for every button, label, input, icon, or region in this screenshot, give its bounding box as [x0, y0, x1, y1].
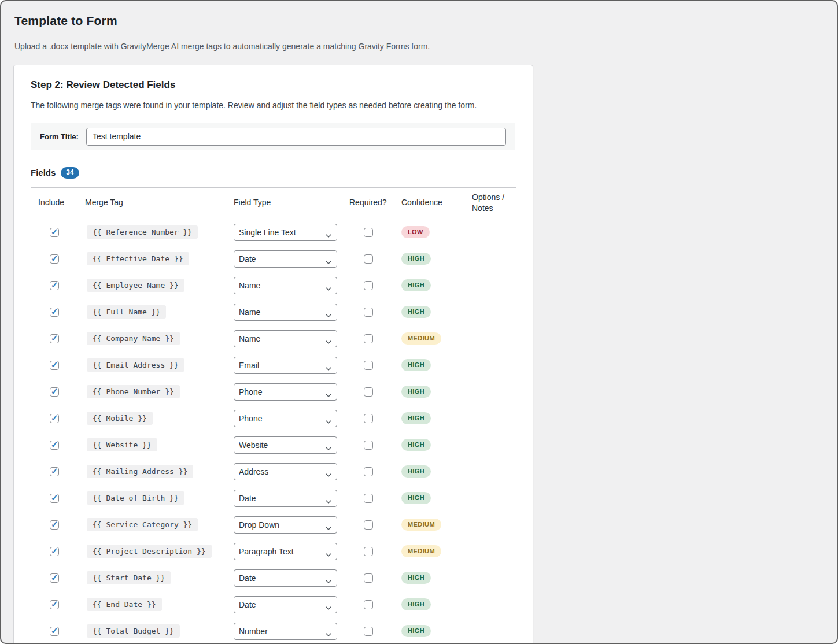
- table-row: {{ Date of Birth }} Date HIGH: [31, 485, 516, 512]
- include-checkbox[interactable]: [50, 387, 59, 397]
- field-type-select[interactable]: Website: [234, 436, 337, 454]
- include-checkbox[interactable]: [50, 228, 59, 237]
- include-checkbox[interactable]: [50, 308, 59, 317]
- merge-tag: {{ Reference Number }}: [87, 225, 198, 239]
- field-type-select-wrap: Phone: [234, 387, 337, 397]
- table-body: {{ Reference Number }} Single Line Text …: [31, 219, 516, 644]
- header-confidence: Confidence: [394, 197, 465, 209]
- required-checkbox[interactable]: [364, 361, 373, 370]
- required-checkbox[interactable]: [364, 281, 373, 290]
- form-title-input[interactable]: [86, 128, 506, 146]
- required-checkbox[interactable]: [364, 441, 373, 450]
- include-checkbox[interactable]: [50, 627, 59, 636]
- field-type-select[interactable]: Name: [234, 330, 337, 347]
- required-checkbox[interactable]: [364, 254, 373, 264]
- field-type-select-wrap: Phone: [234, 413, 337, 423]
- field-type-select-wrap: Single Line Text: [234, 227, 337, 237]
- confidence-badge: HIGH: [401, 253, 431, 265]
- table-row: {{ Reference Number }} Single Line Text …: [31, 219, 516, 246]
- field-type-select[interactable]: Date: [234, 596, 337, 613]
- confidence-badge: MEDIUM: [401, 519, 441, 531]
- include-checkbox[interactable]: [50, 334, 59, 343]
- confidence-badge: HIGH: [401, 412, 431, 424]
- header-field-type: Field Type: [227, 197, 342, 209]
- field-type-select-wrap: Drop Down: [234, 520, 337, 530]
- field-type-select[interactable]: Address: [234, 463, 337, 480]
- required-checkbox[interactable]: [364, 387, 373, 397]
- table-row: {{ Effective Date }} Date HIGH: [31, 246, 516, 272]
- field-type-select-wrap: Date: [234, 573, 337, 583]
- merge-tag: {{ Mobile }}: [87, 412, 153, 425]
- field-type-select-wrap: Email: [234, 360, 337, 370]
- required-checkbox[interactable]: [364, 547, 373, 556]
- form-title-label: Form Title:: [40, 132, 79, 141]
- include-checkbox[interactable]: [50, 467, 59, 476]
- field-type-select[interactable]: Phone: [234, 383, 337, 401]
- table-row: {{ Mobile }} Phone HIGH: [31, 405, 516, 432]
- include-checkbox[interactable]: [50, 414, 59, 423]
- required-checkbox[interactable]: [364, 334, 373, 343]
- field-type-select[interactable]: Phone: [234, 410, 337, 427]
- header-include: Include: [31, 197, 78, 209]
- required-checkbox[interactable]: [364, 600, 373, 609]
- field-type-select[interactable]: Date: [234, 569, 337, 587]
- required-checkbox[interactable]: [364, 308, 373, 317]
- merge-tag: {{ Start Date }}: [87, 571, 171, 584]
- confidence-badge: HIGH: [401, 572, 431, 584]
- fields-heading: Fields: [31, 168, 56, 177]
- include-checkbox[interactable]: [50, 441, 59, 450]
- confidence-badge: LOW: [401, 226, 430, 238]
- merge-tag: {{ Phone Number }}: [87, 385, 180, 398]
- confidence-badge: HIGH: [401, 279, 431, 291]
- required-checkbox[interactable]: [364, 228, 373, 237]
- merge-tag: {{ Effective Date }}: [87, 252, 189, 265]
- merge-tag: {{ End Date }}: [87, 598, 162, 611]
- required-checkbox[interactable]: [364, 414, 373, 423]
- field-type-select[interactable]: Date: [234, 250, 337, 268]
- merge-tag: {{ Mailing Address }}: [87, 465, 193, 478]
- field-type-select-wrap: Date: [234, 493, 337, 503]
- field-type-select[interactable]: Drop Down: [234, 516, 337, 534]
- merge-tag: {{ Total Budget }}: [87, 624, 180, 638]
- fields-table: Include Merge Tag Field Type Required? C…: [31, 187, 516, 644]
- header-options-notes: Options / Notes: [465, 192, 516, 214]
- page-subtitle: Upload a .docx template with GravityMerg…: [14, 42, 823, 51]
- merge-tag: {{ Full Name }}: [87, 305, 166, 319]
- confidence-badge: HIGH: [401, 465, 431, 478]
- merge-tag: {{ Date of Birth }}: [87, 491, 184, 505]
- table-row: {{ Employee Name }} Name HIGH: [31, 272, 516, 299]
- include-checkbox[interactable]: [50, 281, 59, 290]
- include-checkbox[interactable]: [50, 573, 59, 583]
- field-type-select[interactable]: Paragraph Text: [234, 543, 337, 560]
- include-checkbox[interactable]: [50, 361, 59, 370]
- include-checkbox[interactable]: [50, 520, 59, 530]
- required-checkbox[interactable]: [364, 573, 373, 583]
- required-checkbox[interactable]: [364, 467, 373, 476]
- required-checkbox[interactable]: [364, 627, 373, 636]
- field-type-select[interactable]: Date: [234, 490, 337, 507]
- field-type-select[interactable]: Email: [234, 357, 337, 374]
- merge-tag: {{ Project Description }}: [87, 545, 212, 558]
- table-row: {{ Email Address }} Email HIGH: [31, 352, 516, 379]
- confidence-badge: HIGH: [401, 598, 431, 610]
- include-checkbox[interactable]: [50, 254, 59, 264]
- merge-tag: {{ Service Category }}: [87, 518, 198, 531]
- confidence-badge: MEDIUM: [401, 332, 441, 345]
- include-checkbox[interactable]: [50, 600, 59, 609]
- field-type-select[interactable]: Number: [234, 623, 337, 640]
- table-header-row: Include Merge Tag Field Type Required? C…: [31, 188, 516, 219]
- required-checkbox[interactable]: [364, 520, 373, 530]
- field-type-select[interactable]: Name: [234, 277, 337, 294]
- merge-tag: {{ Employee Name }}: [87, 279, 184, 292]
- required-checkbox[interactable]: [364, 494, 373, 503]
- field-type-select[interactable]: Single Line Text: [234, 224, 337, 241]
- include-checkbox[interactable]: [50, 547, 59, 556]
- fields-count-badge: 34: [61, 167, 79, 179]
- field-type-select[interactable]: Name: [234, 304, 337, 321]
- merge-tag: {{ Website }}: [87, 438, 157, 451]
- table-row: {{ Phone Number }} Phone HIGH: [31, 379, 516, 405]
- field-type-select-wrap: Date: [234, 254, 337, 264]
- include-checkbox[interactable]: [50, 494, 59, 503]
- table-row: {{ End Date }} Date HIGH: [31, 591, 516, 618]
- confidence-badge: HIGH: [401, 386, 431, 398]
